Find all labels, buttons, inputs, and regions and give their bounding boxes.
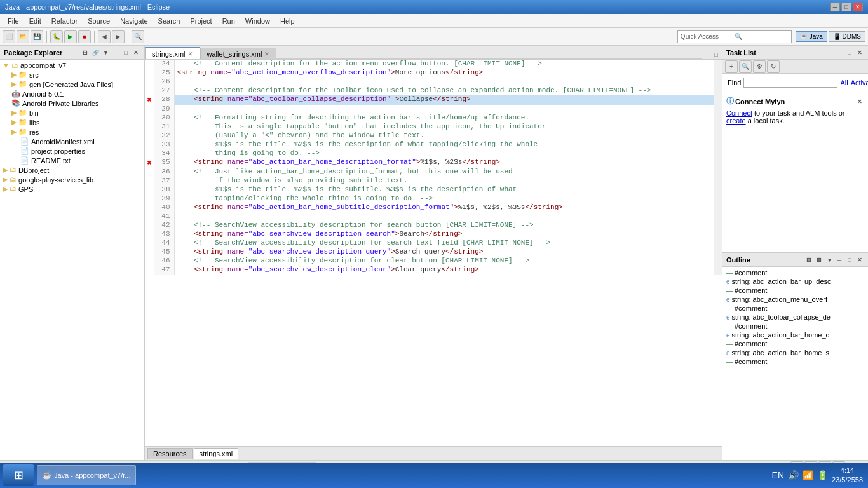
menu-window[interactable]: Window: [240, 16, 275, 26]
strings-xml-tab[interactable]: strings.xml: [194, 448, 239, 459]
outline-item[interactable]: — #comment: [724, 357, 867, 366]
outline-item[interactable]: e string: abc_toolbar_collapse_de: [724, 313, 867, 322]
outline-item[interactable]: e string: abc_action_bar_up_desc: [724, 277, 867, 286]
line-number: 38: [154, 186, 174, 194]
minimize-button[interactable]: ─: [830, 3, 840, 11]
tree-item-bin[interactable]: ▶ 📁 bin: [1, 108, 143, 118]
tree-item-properties[interactable]: 📄 project.properties: [1, 146, 143, 156]
tree-item-libs[interactable]: ▶ 📁 libs: [1, 118, 143, 127]
outline-item[interactable]: e string: abc_action_menu_overf: [724, 295, 867, 304]
tree-item-appcompat[interactable]: ▼ 🗂 appcompat_v7: [1, 61, 143, 70]
task-list-close[interactable]: ✕: [855, 48, 864, 57]
menu-run[interactable]: Run: [217, 16, 240, 26]
tree-item-manifest[interactable]: 📄 AndroidManifest.xml: [1, 137, 143, 146]
tab-wallet-strings[interactable]: wallet_strings.xml ✕: [200, 48, 277, 59]
maximize-panel-button[interactable]: □: [121, 48, 130, 57]
tree-item-readme[interactable]: 📄 README.txt: [1, 156, 143, 165]
error-marker: ✖: [145, 158, 154, 168]
tab-strings-xml[interactable]: strings.xml ✕: [145, 47, 200, 59]
outline-item[interactable]: e string: abc_action_bar_home_c: [724, 330, 867, 339]
menu-edit[interactable]: Edit: [24, 16, 46, 26]
tree-item-googleplay[interactable]: ▶ 🗂 google-play-services_lib: [1, 175, 143, 184]
tree-item-private-libs[interactable]: 📚 Android Private Libraries: [1, 98, 143, 108]
resources-tab[interactable]: Resources: [147, 448, 193, 459]
connect-link[interactable]: Connect: [726, 109, 752, 117]
line-number: 40: [154, 203, 174, 212]
mylyn-close[interactable]: ✕: [855, 97, 864, 106]
start-button[interactable]: ⊞: [3, 464, 34, 486]
menu-help[interactable]: Help: [275, 16, 300, 26]
taskbar-eclipse-app[interactable]: ☕ Java - appcompat_v7/r...: [37, 465, 136, 485]
menu-search[interactable]: Search: [153, 16, 186, 26]
connect-mylyn-panel: ⓘ Connect Mylyn ✕ Connect to your task a…: [722, 92, 868, 252]
code-editor[interactable]: 24 <!-- Content description for the acti…: [145, 60, 722, 446]
task-settings-button[interactable]: ⚙: [753, 60, 766, 73]
forward-button[interactable]: ▶: [112, 30, 125, 43]
task-list-minimize[interactable]: ─: [835, 48, 844, 57]
volume-icon[interactable]: 🔊: [788, 470, 799, 480]
tab-close-icon2[interactable]: ✕: [264, 51, 269, 57]
tree-item-src[interactable]: ▶ 📁 src: [1, 70, 143, 79]
outline-item[interactable]: — #comment: [724, 322, 867, 330]
java-perspective-button[interactable]: ☕ Java: [796, 31, 827, 42]
time-text: 4:14: [832, 466, 863, 475]
task-refresh-button[interactable]: ↻: [767, 60, 780, 73]
network-icon[interactable]: 📶: [803, 470, 813, 480]
open-button[interactable]: 📂: [17, 30, 29, 43]
outline-item[interactable]: — #comment: [724, 286, 867, 295]
outline-item[interactable]: — #comment: [724, 339, 867, 348]
new-button[interactable]: ⬜: [3, 30, 15, 43]
menu-navigate[interactable]: Navigate: [115, 16, 153, 26]
run-button[interactable]: ▶: [64, 30, 77, 43]
close-button[interactable]: ✕: [853, 3, 863, 11]
menu-project[interactable]: Project: [185, 16, 217, 26]
task-filter-button[interactable]: 🔍: [739, 60, 752, 73]
menu-file[interactable]: File: [3, 16, 24, 26]
editor-minimize-button[interactable]: ─: [702, 50, 710, 59]
maximize-button[interactable]: □: [841, 3, 851, 11]
language-indicator[interactable]: EN: [772, 470, 784, 480]
outline-btn1[interactable]: ⊟: [804, 255, 813, 264]
view-menu-button[interactable]: ▾: [101, 48, 110, 57]
save-button[interactable]: 💾: [31, 30, 43, 43]
back-button[interactable]: ◀: [98, 30, 111, 43]
task-list-maximize[interactable]: □: [845, 48, 854, 57]
outline-item[interactable]: e string: abc_action_bar_home_s: [724, 348, 867, 357]
stop-button[interactable]: ■: [78, 30, 91, 43]
quick-access-box[interactable]: Quick Access 🔍: [677, 30, 792, 43]
editor-maximize-button[interactable]: □: [712, 50, 721, 59]
tree-item-dbproject[interactable]: ▶ 🗂 DBproject: [1, 165, 143, 175]
collapse-all-button[interactable]: ⊟: [81, 48, 90, 57]
properties-icon: 📄: [20, 147, 29, 155]
outline-btn2[interactable]: ⊞: [815, 255, 824, 264]
outline-close[interactable]: ✕: [855, 255, 864, 264]
outline-minimize[interactable]: ─: [835, 255, 844, 264]
all-link[interactable]: All: [840, 79, 848, 86]
search-button[interactable]: 🔍: [132, 30, 144, 43]
debug-button[interactable]: 🐛: [50, 30, 63, 43]
menu-refactor[interactable]: Refactor: [46, 16, 83, 26]
outline-item[interactable]: — #comment: [724, 304, 867, 313]
create-link[interactable]: create: [726, 117, 746, 125]
line-content: thing is going to do. -->: [174, 149, 714, 158]
android-icon: 🤖: [11, 90, 20, 98]
menu-source[interactable]: Source: [83, 16, 115, 26]
window-title: Java - appcompat_v7/res/values/strings.x…: [5, 3, 830, 11]
tree-item-android[interactable]: 🤖 Android 5.0.1: [1, 89, 143, 98]
close-panel-button[interactable]: ✕: [132, 48, 140, 57]
tree-item-res[interactable]: ▶ 📁 res: [1, 127, 143, 137]
activate-link[interactable]: Activate...: [851, 79, 868, 86]
tree-item-gps[interactable]: ▶ 🗂 GPS: [1, 184, 143, 194]
outline-maximize[interactable]: □: [845, 255, 854, 264]
task-new-button[interactable]: +: [725, 60, 738, 73]
tree-item-gen[interactable]: ▶ 📁 gen [Generated Java Files]: [1, 79, 143, 89]
outline-viewmenu[interactable]: ▾: [825, 255, 834, 264]
minimize-panel-button[interactable]: ─: [111, 48, 120, 57]
find-input[interactable]: [743, 78, 837, 88]
ddms-perspective-button[interactable]: 📱 DDMS: [829, 31, 865, 42]
battery-icon[interactable]: 🔋: [817, 470, 828, 480]
tab-close-icon[interactable]: ✕: [188, 51, 193, 57]
table-row: 31 This is a single tappable "button" th…: [145, 123, 722, 132]
outline-item[interactable]: — #comment: [724, 268, 867, 277]
link-editor-button[interactable]: 🔗: [91, 48, 100, 57]
